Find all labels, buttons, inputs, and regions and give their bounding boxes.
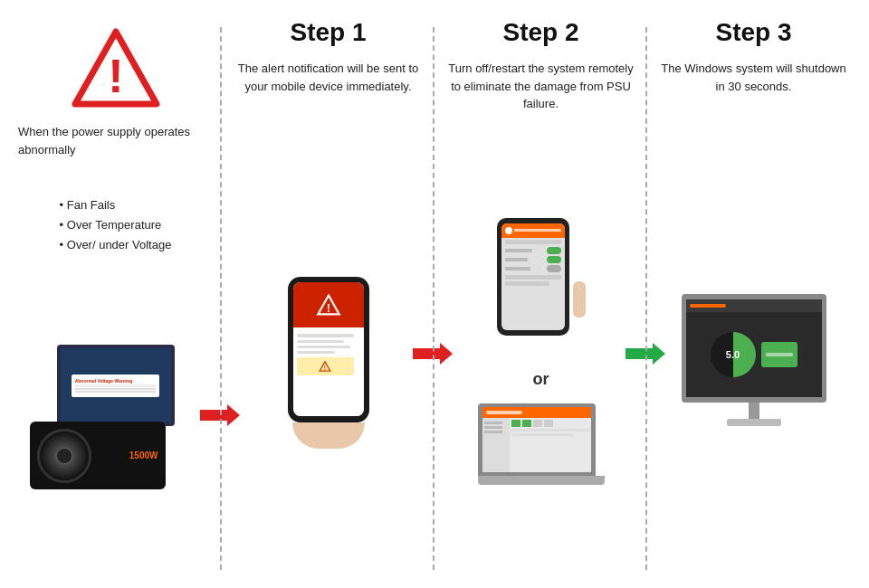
ls-item-3 <box>484 431 502 433</box>
step3-description: The Windows system will shutdown in 30 s… <box>656 60 851 123</box>
screen-warning-box: Abnormal Voltage Warning <box>72 375 160 397</box>
laptop-url-bar <box>486 411 522 414</box>
ls-item <box>484 422 502 424</box>
step3-title: Step 3 <box>715 18 791 47</box>
tp-row-3 <box>501 264 565 273</box>
tp-toggle-3 <box>547 265 561 272</box>
psu-device: Abnormal Voltage Warning <box>30 345 202 489</box>
touch-phone-container <box>482 218 600 363</box>
monitor-software: 5.0 <box>686 299 822 397</box>
laptop-status-row <box>511 420 589 427</box>
tp-item-label-2 <box>505 258 528 261</box>
phone-in-hand: ! ! <box>274 268 383 449</box>
status-green-panel <box>761 342 797 367</box>
finger-shape <box>573 281 586 318</box>
step3-image-area: 5.0 <box>656 132 851 579</box>
desktop-monitor-screen: 5.0 <box>686 299 822 397</box>
psu-fan-circle <box>37 429 91 483</box>
bullet-fan-fails: Fan Fails <box>60 195 172 215</box>
gauge-value: 5.0 <box>726 349 740 360</box>
step2-description: Turn off/restart the system remotely to … <box>444 60 638 123</box>
tp-line-2 <box>505 275 561 280</box>
intro-description: When the power supply operates abnormall… <box>18 123 213 186</box>
intro-column: ! When the power supply operates abnorma… <box>9 18 222 579</box>
screen-warning-content: Abnormal Voltage Warning <box>61 348 171 422</box>
main-container: ! When the power supply operates abnorma… <box>0 0 869 588</box>
software-body: 5.0 <box>686 312 822 397</box>
step1-column: Step 1 The alert notification will be se… <box>222 18 434 579</box>
laptop-content <box>482 418 591 472</box>
svg-text:!: ! <box>326 302 329 316</box>
hand-shape <box>292 422 365 449</box>
status-line <box>766 353 793 356</box>
step1-image-area: ! ! <box>231 132 425 579</box>
laptop-sidebar <box>482 418 510 472</box>
monitor-stand-neck <box>749 403 759 419</box>
monitor-stand-base <box>727 419 781 426</box>
monitor-screen: Abnormal Voltage Warning <box>61 348 171 422</box>
tp-icon <box>505 227 512 234</box>
laptop-screen-inner <box>482 407 591 472</box>
tp-title-line <box>514 229 561 232</box>
svg-text:!: ! <box>108 50 123 102</box>
status-green-2 <box>522 420 531 427</box>
psu-image-area: Abnormal Voltage Warning <box>18 255 213 579</box>
step1-title: Step 1 <box>290 18 366 47</box>
tp-row-1 <box>501 246 565 255</box>
phone-touch-group <box>497 218 586 336</box>
software-titlebar <box>686 299 822 312</box>
step2-column: Step 2 Turn off/restart the system remot… <box>434 18 647 579</box>
phone-body: ! ! <box>288 277 369 423</box>
phone-screen: ! ! <box>293 282 364 416</box>
step2-title: Step 2 <box>502 18 578 47</box>
laptop-shape <box>478 403 605 494</box>
psu-label: 1500W <box>129 450 158 460</box>
status-grey-2 <box>544 420 553 427</box>
phone-alert-bar: ! <box>293 282 364 327</box>
tp-header <box>501 223 565 238</box>
monitor-display: Abnormal Voltage Warning <box>57 345 175 426</box>
bullet-list: Fan Fails Over Temperature Over/ under V… <box>60 195 172 255</box>
software-title-text <box>690 304 726 308</box>
laptop-screen-area <box>478 403 596 476</box>
phone-alert-triangle: ! <box>316 294 341 316</box>
tp-item-label-3 <box>505 267 530 270</box>
tp-line-1 <box>505 240 561 244</box>
tp-line-3 <box>505 281 549 286</box>
bullet-over-temp: Over Temperature <box>60 215 172 235</box>
status-grey <box>533 420 542 427</box>
bullet-over-voltage: Over/ under Voltage <box>60 235 172 255</box>
status-green <box>511 420 520 427</box>
step2-image-area: or <box>444 132 638 579</box>
tp-toggle-2 <box>547 256 561 263</box>
laptop-base <box>478 476 605 485</box>
tp-toggle-1 <box>547 247 561 254</box>
l-line-2 <box>511 433 574 436</box>
warning-triangle-icon: ! <box>71 27 161 109</box>
phone-content-area: ! <box>293 327 364 416</box>
tp-row-2 <box>501 255 565 264</box>
tp-item-label <box>505 249 532 252</box>
touch-phone <box>497 218 569 336</box>
step1-description: The alert notification will be sent to y… <box>231 60 425 123</box>
screen-warning-title: Abnormal Voltage Warning <box>75 378 157 384</box>
laptop-main <box>510 418 591 472</box>
ls-item-2 <box>484 426 502 429</box>
or-label: or <box>533 370 549 389</box>
gauge-display: 5.0 <box>711 332 756 377</box>
laptop-browser-bar <box>482 407 591 418</box>
desktop-monitor: 5.0 <box>682 294 826 403</box>
step3-column: Step 3 The Windows system will shutdown … <box>647 18 860 579</box>
psu-box: 1500W <box>30 422 166 489</box>
l-line <box>511 429 589 432</box>
desktop-monitor-group: 5.0 <box>682 285 826 426</box>
phone-small-warning: ! <box>319 361 331 372</box>
svg-text:!: ! <box>324 365 326 371</box>
touch-phone-screen <box>501 223 565 330</box>
